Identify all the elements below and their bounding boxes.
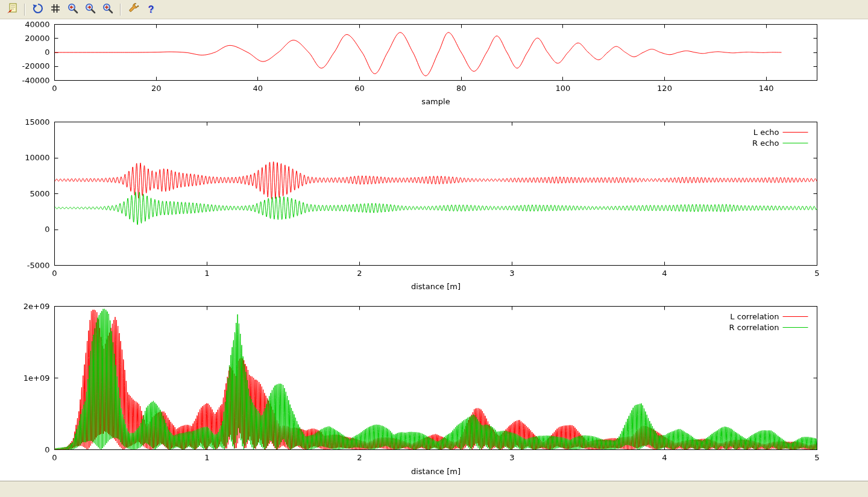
zoom-previous-icon — [67, 2, 79, 16]
gnuplot-window: ? — [0, 0, 868, 497]
zoom-next-button[interactable] — [82, 2, 98, 17]
configure-button[interactable] — [125, 2, 142, 17]
plots-canvas[interactable] — [0, 19, 868, 481]
grid-button[interactable] — [47, 2, 63, 17]
replot-button[interactable] — [30, 2, 46, 17]
copy-icon — [6, 2, 18, 16]
grid-icon — [49, 2, 61, 16]
zoom-next-icon — [84, 2, 96, 16]
toolbar-separator — [120, 4, 121, 16]
plot-surface — [0, 19, 868, 481]
toolbar-separator — [24, 4, 25, 16]
status-bar — [0, 481, 868, 497]
zoom-previous-button[interactable] — [64, 2, 81, 17]
toolbar: ? — [0, 0, 868, 19]
help-button[interactable]: ? — [143, 2, 159, 17]
autoscale-button[interactable] — [99, 2, 116, 17]
autoscale-icon — [102, 2, 114, 16]
wrench-icon — [128, 2, 140, 16]
refresh-icon — [32, 2, 44, 16]
help-icon: ? — [148, 5, 154, 14]
copy-button[interactable] — [4, 2, 20, 17]
